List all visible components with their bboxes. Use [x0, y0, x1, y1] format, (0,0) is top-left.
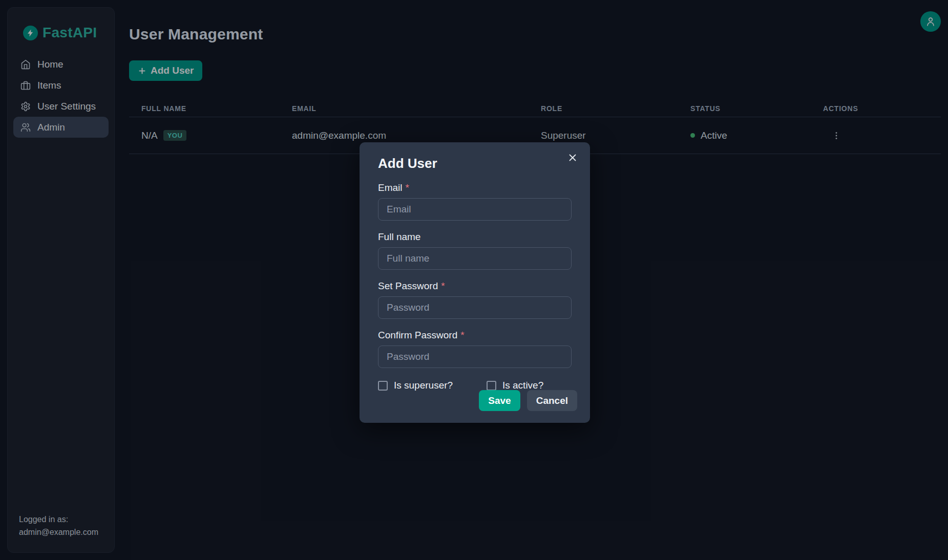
is-superuser-checkbox[interactable]: [378, 381, 388, 391]
app-root: FastAPI Home Items User Settings: [0, 0, 948, 560]
modal-title: Add User: [378, 156, 572, 171]
cancel-button[interactable]: Cancel: [527, 390, 577, 411]
full-name-label: Full name: [378, 231, 572, 243]
set-password-label: Set Password*: [378, 281, 572, 292]
add-user-modal: Add User Email* Full name Set Password* …: [360, 142, 590, 423]
email-field[interactable]: [378, 198, 572, 221]
required-asterisk: *: [441, 281, 445, 291]
confirm-password-label: Confirm Password*: [378, 330, 572, 341]
email-field-group: Email*: [378, 182, 572, 221]
modal-footer: Save Cancel: [479, 390, 577, 411]
set-password-field-group: Set Password*: [378, 281, 572, 319]
full-name-field-group: Full name: [378, 231, 572, 270]
is-superuser-label: Is superuser?: [394, 380, 453, 391]
confirm-password-field-group: Confirm Password*: [378, 330, 572, 368]
full-name-field[interactable]: [378, 247, 572, 270]
email-label: Email*: [378, 182, 572, 193]
required-asterisk: *: [406, 182, 409, 193]
is-active-group: Is active?: [487, 380, 543, 391]
is-active-checkbox[interactable]: [487, 381, 496, 391]
save-button[interactable]: Save: [479, 390, 520, 411]
modal-checkbox-row: Is superuser? Is active?: [378, 380, 572, 391]
required-asterisk: *: [460, 330, 464, 340]
close-icon[interactable]: [564, 149, 581, 166]
confirm-password-field[interactable]: [378, 346, 572, 368]
set-password-field[interactable]: [378, 296, 572, 319]
is-active-label: Is active?: [502, 380, 543, 391]
is-superuser-group: Is superuser?: [378, 380, 487, 391]
